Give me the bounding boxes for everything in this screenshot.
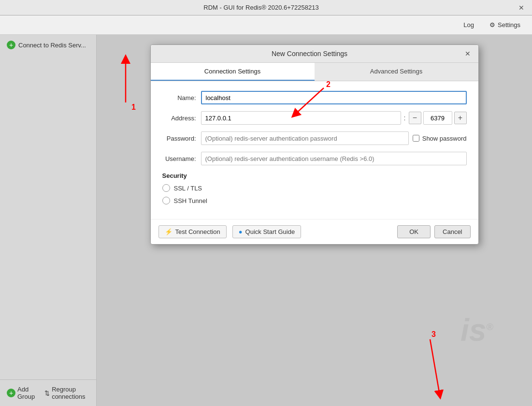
name-input[interactable]: [201, 91, 467, 104]
dialog-tabs: Connection Settings Advanced Settings: [151, 63, 478, 81]
username-label: Username:: [162, 155, 201, 162]
security-section: Security SSL / TLS SSH Tunnel: [162, 172, 467, 204]
security-title: Security: [162, 172, 467, 179]
sidebar: + Connect to Redis Serv... + Add Group ⇅…: [0, 35, 97, 406]
password-label: Password:: [162, 135, 201, 142]
port-plus-button[interactable]: +: [454, 112, 467, 124]
regroup-label: Regroup connections: [52, 386, 89, 400]
ssl-row: SSL / TLS: [162, 184, 467, 192]
cancel-button[interactable]: Cancel: [434, 225, 470, 238]
add-group-plus-icon: +: [7, 389, 15, 397]
ssh-label: SSH Tunnel: [174, 197, 207, 204]
footer-right: OK Cancel: [397, 225, 470, 238]
username-row: Username:: [162, 152, 467, 165]
sidebar-top: + Connect to Redis Serv...: [0, 35, 96, 55]
ssl-label: SSL / TLS: [174, 185, 202, 192]
dialog-title: New Connection Settings: [157, 50, 463, 58]
show-password-wrapper[interactable]: Show password: [413, 135, 467, 142]
regroup-button[interactable]: ⇅ Regroup connections: [42, 384, 92, 402]
address-inputs: : − +: [201, 111, 467, 125]
app-toolbar: Log ⚙ Settings: [0, 15, 532, 35]
address-label: Address:: [162, 115, 201, 122]
address-input[interactable]: [201, 111, 401, 125]
port-minus-button[interactable]: −: [409, 112, 421, 124]
show-password-label: Show password: [422, 135, 467, 142]
app-body: + Connect to Redis Serv... + Add Group ⇅…: [0, 35, 532, 406]
tab-connection-settings[interactable]: Connection Settings: [151, 63, 315, 81]
test-connection-button[interactable]: ⚡ Test Connection: [158, 225, 227, 238]
name-row: Name:: [162, 91, 467, 104]
dialog-close-button[interactable]: ✕: [463, 49, 473, 58]
tab-advanced-settings[interactable]: Advanced Settings: [315, 63, 478, 81]
quickstart-icon: ●: [239, 228, 243, 235]
add-group-button[interactable]: + Add Group: [4, 384, 38, 402]
connect-button[interactable]: + Connect to Redis Serv...: [4, 39, 92, 51]
regroup-icon: ⇅: [44, 390, 50, 397]
port-separator: :: [403, 114, 407, 122]
quick-start-button[interactable]: ● Quick Start Guide: [232, 225, 301, 238]
add-group-label: Add Group: [17, 386, 35, 400]
ssl-radio[interactable]: [162, 184, 170, 192]
username-input[interactable]: [201, 152, 467, 165]
app-container: RDM - GUI for Redis® 2020.6+72258213 ✕ L…: [0, 0, 532, 406]
connect-plus-icon: +: [7, 41, 15, 49]
address-row: Address: : − +: [162, 111, 467, 125]
password-inputs: Show password: [201, 131, 467, 145]
connect-label: Connect to Redis Serv...: [18, 42, 86, 49]
ssh-radio[interactable]: [162, 197, 170, 204]
ok-button[interactable]: OK: [397, 225, 431, 238]
password-input[interactable]: [201, 131, 409, 145]
dialog-body: Name: Address: : − +: [151, 81, 478, 219]
name-label: Name:: [162, 94, 201, 102]
settings-button[interactable]: ⚙ Settings: [486, 19, 524, 30]
dialog: New Connection Settings ✕ Connection Set…: [150, 44, 479, 245]
modal-overlay: New Connection Settings ✕ Connection Set…: [97, 35, 532, 406]
dialog-titlebar: New Connection Settings ✕: [151, 45, 478, 63]
dialog-footer: ⚡ Test Connection ● Quick Start Guide OK…: [151, 219, 478, 244]
sidebar-bottom: + Add Group ⇅ Regroup connections: [0, 379, 96, 406]
port-input[interactable]: [423, 111, 452, 125]
log-button[interactable]: Log: [460, 19, 478, 30]
app-titlebar: RDM - GUI for Redis® 2020.6+72258213 ✕: [0, 0, 532, 15]
show-password-checkbox[interactable]: [413, 135, 419, 142]
app-close-button[interactable]: ✕: [517, 3, 526, 13]
footer-left: ⚡ Test Connection ● Quick Start Guide: [158, 225, 302, 238]
password-row: Password: Show password: [162, 131, 467, 145]
gear-icon: ⚙: [489, 21, 495, 29]
ssh-row: SSH Tunnel: [162, 197, 467, 204]
test-connection-icon: ⚡: [165, 228, 173, 235]
app-title: RDM - GUI for Redis® 2020.6+72258213: [6, 4, 517, 11]
main-content: is® New Connection Settings ✕ Connection…: [97, 35, 532, 406]
